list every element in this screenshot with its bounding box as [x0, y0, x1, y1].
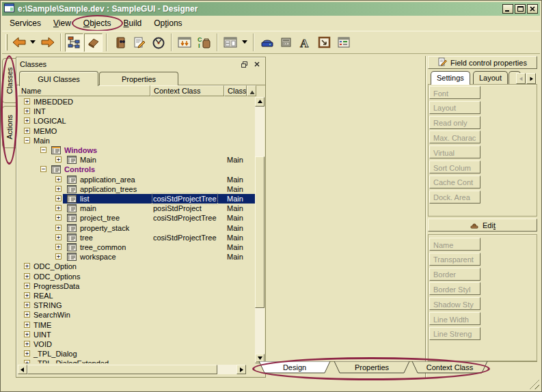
- minimize-button[interactable]: [502, 4, 513, 14]
- tree-row-ProgressData[interactable]: +ProgressData: [18, 281, 256, 291]
- style-button-transparent[interactable]: Transparent: [429, 253, 480, 266]
- menu-view[interactable]: View: [47, 17, 77, 29]
- tree-row-main[interactable]: +mainposiStdProjectMain: [18, 204, 256, 213]
- forward-arrow-button[interactable]: [38, 33, 57, 52]
- expand-box[interactable]: +: [24, 108, 30, 114]
- tree-row-VOID[interactable]: +VOID: [18, 339, 256, 349]
- settings-button-dock-area[interactable]: Dock. Area: [429, 191, 480, 204]
- tab-scroll-right-icon[interactable]: [526, 73, 536, 84]
- menu-build[interactable]: Build: [118, 17, 148, 29]
- tab-scroll-left-icon[interactable]: [516, 73, 526, 84]
- tree-row-application_trees[interactable]: +application_treesMain: [18, 184, 256, 194]
- side-tab-classes[interactable]: Classes: [2, 58, 16, 103]
- expand-box[interactable]: +: [24, 341, 30, 347]
- scroll-right-button[interactable]: [236, 365, 246, 374]
- expand-box[interactable]: +: [24, 322, 30, 328]
- expand-box[interactable]: +: [24, 331, 30, 337]
- compass-button[interactable]: [149, 33, 167, 52]
- collapse-box[interactable]: −: [40, 147, 46, 153]
- tree-row-TIME[interactable]: +TIME: [18, 320, 256, 330]
- tree-row-Main[interactable]: −Main: [18, 136, 256, 145]
- form-dropdown-caret-button[interactable]: [241, 33, 249, 52]
- tree-row-IMBEDDED[interactable]: +IMBEDDED: [18, 97, 256, 107]
- style-button-shadow-sty[interactable]: Shadow Sty: [429, 297, 480, 310]
- menu-objects[interactable]: Objects: [77, 17, 118, 29]
- tree-row-_TPL_Dialog[interactable]: +_TPL_Dialog: [18, 349, 256, 359]
- expand-box[interactable]: +: [55, 244, 62, 250]
- settings-button-cache-cont[interactable]: Cache Cont: [429, 176, 480, 188]
- dialog-window-button[interactable]: [334, 33, 353, 52]
- panel-float-button[interactable]: [239, 60, 249, 69]
- expand-box[interactable]: +: [55, 205, 62, 211]
- tree-row-tree[interactable]: +treecosiStdProjectTreeMain: [18, 233, 256, 242]
- expand-box[interactable]: +: [24, 360, 30, 363]
- expand-box[interactable]: +: [55, 225, 62, 231]
- expand-box[interactable]: +: [24, 292, 30, 298]
- expand-box[interactable]: +: [24, 350, 30, 356]
- expand-box[interactable]: +: [24, 283, 30, 289]
- tree-row-STRING[interactable]: +STRING: [18, 300, 256, 310]
- settings-button-read-only[interactable]: Read only: [429, 116, 480, 129]
- style-button-name[interactable]: Name: [429, 238, 480, 251]
- expand-box[interactable]: +: [24, 273, 30, 279]
- tree-row-INT[interactable]: +INT: [18, 107, 256, 116]
- printer-button[interactable]: [277, 33, 295, 52]
- expand-box[interactable]: +: [24, 98, 30, 104]
- panel-close-button[interactable]: [252, 60, 262, 69]
- tree-row-ODC_Options[interactable]: +ODC_Options: [18, 272, 256, 281]
- new-class-button[interactable]: CI: [195, 33, 213, 52]
- scroll-up-button[interactable]: [255, 97, 265, 107]
- tab-context-class[interactable]: Context Class: [412, 361, 487, 373]
- tree-row-Controls[interactable]: −Controls: [18, 165, 256, 174]
- tree-row-list[interactable]: +listcosiStdProjectTreeMain: [18, 194, 256, 204]
- tree-row-REAL[interactable]: +REAL: [18, 291, 256, 300]
- tree-row-ODC_Option[interactable]: +ODC_Option: [18, 262, 256, 271]
- expand-box[interactable]: +: [24, 263, 30, 269]
- picture-frame-button[interactable]: [315, 33, 334, 52]
- back-history-caret-button[interactable]: [29, 33, 38, 52]
- tab-properties[interactable]: Properties: [99, 72, 178, 85]
- form-select-button[interactable]: [221, 33, 240, 52]
- tree-row-application_area[interactable]: +application_areaMain: [18, 175, 256, 184]
- close-button[interactable]: [527, 4, 538, 14]
- tree-row-workspace[interactable]: +workspaceMain: [18, 252, 256, 262]
- panel-splitter[interactable]: [425, 56, 426, 378]
- collapse-box[interactable]: −: [24, 137, 30, 143]
- expand-box[interactable]: +: [24, 128, 30, 134]
- settings-button-virtual[interactable]: Virtual: [429, 145, 480, 158]
- column-header-name[interactable]: Name: [18, 85, 150, 96]
- sort-ascending-icon[interactable]: [247, 85, 256, 96]
- tree-row-tree_common[interactable]: +tree_commonMain: [18, 242, 256, 252]
- edit-document-button[interactable]: [130, 33, 148, 52]
- tree-row-_TPL_DialogExtended[interactable]: +_TPL_DialogExtended: [18, 359, 256, 363]
- expand-box[interactable]: +: [24, 117, 30, 124]
- font-letter-button[interactable]: A: [296, 33, 314, 52]
- expand-box[interactable]: +: [55, 214, 62, 221]
- expand-box[interactable]: +: [55, 195, 62, 201]
- column-header-class[interactable]: Class: [224, 85, 247, 96]
- menu-services[interactable]: Services: [3, 17, 47, 29]
- eraser-button[interactable]: [84, 33, 103, 52]
- horizontal-scrollbar[interactable]: [18, 365, 246, 374]
- expand-box[interactable]: +: [55, 176, 62, 182]
- style-button-line-streng[interactable]: Line Streng: [429, 327, 480, 340]
- resize-grip[interactable]: [529, 379, 539, 389]
- disk-drive-button[interactable]: [258, 33, 276, 52]
- settings-button-font[interactable]: Font: [429, 86, 480, 99]
- expand-box[interactable]: +: [55, 253, 62, 260]
- settings-button-max-charac[interactable]: Max. Charac: [429, 130, 480, 143]
- column-header-context-class[interactable]: Context Class: [150, 85, 224, 96]
- expand-box[interactable]: +: [55, 234, 62, 240]
- tree-row-SearchWin[interactable]: +SearchWin: [18, 310, 256, 320]
- expand-box[interactable]: +: [55, 156, 62, 163]
- vertical-scroll-thumb[interactable]: [255, 156, 265, 308]
- horizontal-scroll-thumb[interactable]: [27, 365, 217, 374]
- edit-button[interactable]: Edit: [428, 219, 537, 232]
- settings-button-sort-colum[interactable]: Sort Colum: [429, 160, 480, 173]
- expand-box[interactable]: +: [24, 311, 30, 318]
- tree-row-MEMO[interactable]: +MEMO: [18, 126, 256, 136]
- tree-row-Main[interactable]: +MainMain: [18, 155, 256, 165]
- tree-row-project_tree[interactable]: +project_treecosiStdProjectTreeMain: [18, 213, 256, 223]
- style-button-border[interactable]: Border: [429, 268, 480, 281]
- menu-options[interactable]: Options: [148, 17, 188, 29]
